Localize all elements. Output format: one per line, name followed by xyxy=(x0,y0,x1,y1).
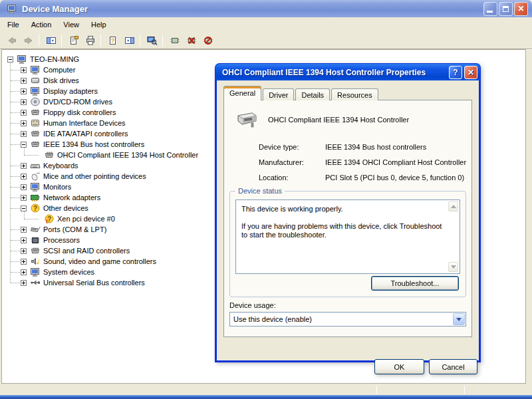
device-status-text[interactable]: This device is working properly. If you … xyxy=(235,200,460,274)
tree-item-label: Monitors xyxy=(42,183,72,191)
toggle-glyph xyxy=(23,90,24,93)
scroll-up-icon xyxy=(451,205,456,208)
toolbar-separator xyxy=(162,35,163,47)
expand-toggle[interactable] xyxy=(21,88,27,94)
cancel-button[interactable]: Cancel xyxy=(429,359,477,374)
expand-toggle[interactable] xyxy=(21,269,27,275)
expand-toggle[interactable] xyxy=(21,259,27,265)
controller-connector-icon xyxy=(44,150,55,160)
expand-toggle[interactable] xyxy=(21,120,27,126)
toolbar-print-button[interactable] xyxy=(81,33,98,48)
menu-file[interactable]: File xyxy=(1,19,25,31)
dialog-titlebar: OHCI Compliant IEEE 1394 Host Controller… xyxy=(215,63,481,80)
close-button[interactable]: ✕ xyxy=(514,2,528,16)
tab-resources[interactable]: Resources xyxy=(331,88,378,100)
toolbar-disable-button[interactable] xyxy=(182,33,199,48)
toolbar-scan-for-hardware-changes-button[interactable] xyxy=(143,33,160,48)
tab-general[interactable]: General xyxy=(223,86,261,100)
collapse-toggle[interactable] xyxy=(7,57,13,63)
expand-toggle[interactable] xyxy=(21,174,27,180)
tree-item-label: Keyboards xyxy=(42,162,80,170)
tree-item-label: System devices xyxy=(42,268,96,276)
toolbar-help-button[interactable]: ? xyxy=(104,33,120,48)
ieee1394-controller-icon xyxy=(235,110,259,130)
tree-item-label: Universal Serial Bus controllers xyxy=(42,279,146,287)
tree-item-label: Display adapters xyxy=(42,87,99,95)
field-label: Device type: xyxy=(259,143,325,152)
monitor-icon xyxy=(30,182,41,192)
tree-item-label: SCSI and RAID controllers xyxy=(42,247,131,255)
tree-connector-line xyxy=(24,211,25,219)
speaker-icon xyxy=(30,256,41,267)
minimize-button[interactable] xyxy=(483,2,497,16)
toolbar: ? xyxy=(0,32,532,49)
expand-toggle[interactable] xyxy=(21,163,27,169)
scroll-up-button[interactable] xyxy=(448,201,458,211)
menu-action[interactable]: Action xyxy=(25,19,58,31)
collapse-toggle[interactable] xyxy=(21,205,27,211)
tree-item-label: Computer xyxy=(42,66,76,74)
tree-connector-stub xyxy=(11,272,20,273)
device-status-group: Device status This device is working pro… xyxy=(229,191,466,297)
tree-item-label: Processors xyxy=(42,236,81,244)
tree-connector-stub xyxy=(24,219,39,219)
tree-item-label: Floppy disk controllers xyxy=(42,108,117,116)
statusbar-divider xyxy=(376,386,377,394)
toolbar-uninstall-button[interactable] xyxy=(199,33,215,48)
hid-device-icon xyxy=(30,118,41,128)
toggle-glyph xyxy=(23,164,24,168)
dropdown-button[interactable] xyxy=(453,313,465,325)
expand-toggle[interactable] xyxy=(21,184,27,190)
toolbar-properties-button[interactable] xyxy=(65,33,81,48)
dialog-close-button[interactable]: ✕ xyxy=(464,66,477,79)
expand-toggle[interactable] xyxy=(21,280,27,286)
tab-details[interactable]: Details xyxy=(295,88,330,100)
toolbar-show-hide-console-tree-button[interactable] xyxy=(42,33,59,48)
tree-item-label: IEEE 1394 Bus host controllers xyxy=(42,140,146,148)
usb-connector-icon xyxy=(30,277,41,288)
toggle-glyph xyxy=(23,186,24,189)
toolbar-back-button xyxy=(3,33,19,48)
dialog-help-button[interactable]: ? xyxy=(449,66,462,79)
statusbar-divider xyxy=(464,386,465,394)
toggle-glyph xyxy=(23,122,24,125)
menu-help[interactable]: Help xyxy=(85,19,112,31)
toolbar-show-hide-action-pane-button[interactable] xyxy=(120,33,137,48)
toolbar-update-driver-button[interactable] xyxy=(166,33,182,48)
tree-item-label: Other devices xyxy=(42,204,90,212)
menu-view[interactable]: View xyxy=(57,19,85,31)
display-adapter-icon xyxy=(30,86,41,96)
toggle-glyph xyxy=(23,100,24,104)
restore-button[interactable] xyxy=(499,2,513,16)
window-title: Device Manager xyxy=(22,4,88,14)
question-mark-icon: ? xyxy=(30,203,41,213)
expand-toggle[interactable] xyxy=(21,227,27,233)
scroll-down-button[interactable] xyxy=(448,262,458,272)
tree-connector-stub xyxy=(11,229,20,230)
pane-right-icon xyxy=(124,35,135,46)
device-usage-value: Use this device (enable) xyxy=(233,315,452,323)
expand-toggle[interactable] xyxy=(21,110,27,116)
taskbar-edge xyxy=(0,395,532,399)
collapse-toggle[interactable] xyxy=(21,142,27,148)
chip-disable-icon xyxy=(186,35,197,46)
disk-drive-icon xyxy=(30,75,41,86)
device-usage-select[interactable]: Use this device (enable) xyxy=(229,312,466,327)
ok-button[interactable]: OK xyxy=(374,359,424,374)
expand-toggle[interactable] xyxy=(21,248,27,254)
tree-item-label: Sound, video and game controllers xyxy=(42,257,158,265)
troubleshoot-button[interactable]: Troubleshoot... xyxy=(371,276,459,291)
field-location: Location:PCI Slot 5 (PCI bus 0, device 5… xyxy=(259,174,467,182)
expand-toggle[interactable] xyxy=(21,131,27,137)
tree-connector-stub xyxy=(11,70,20,70)
tab-driver[interactable]: Driver xyxy=(263,88,294,100)
expand-toggle[interactable] xyxy=(21,237,27,243)
expand-toggle[interactable] xyxy=(21,78,27,84)
expand-toggle[interactable] xyxy=(21,195,27,201)
arrow-left-icon xyxy=(7,35,17,46)
statusbar xyxy=(1,384,526,395)
toolbar-separator xyxy=(140,35,140,47)
expand-toggle[interactable] xyxy=(21,67,27,73)
menubar: FileActionViewHelp xyxy=(0,17,532,32)
expand-toggle[interactable] xyxy=(21,99,27,105)
